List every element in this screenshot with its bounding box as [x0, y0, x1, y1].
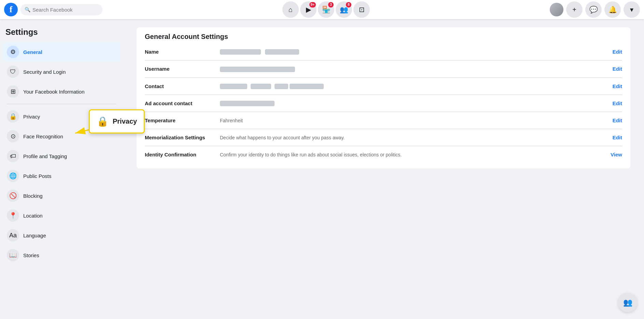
stories-icon: 📖: [7, 249, 19, 261]
video-badge: 9+: [309, 2, 316, 8]
nav-messenger-btn[interactable]: 💬: [585, 1, 602, 18]
identity-value: Confirm your identity to do things like …: [220, 152, 605, 157]
privacy-popup: 🔒 Privacy: [89, 109, 145, 134]
username-value: [220, 66, 607, 72]
bottom-right-people-btn[interactable]: 👥: [618, 293, 637, 312]
name-label: Name: [145, 49, 220, 55]
nav-friends-btn[interactable]: 👥 8: [336, 1, 352, 18]
nav-plus-btn[interactable]: +: [566, 1, 583, 18]
identity-view-btn[interactable]: View: [611, 152, 622, 157]
sidebar-label-blocking: Blocking: [23, 193, 43, 199]
memorialization-value: Decide what happens to your account afte…: [220, 135, 607, 140]
sidebar-title: Settings: [3, 25, 120, 42]
general-icon: ⚙: [7, 46, 19, 58]
sidebar-label-general: General: [23, 49, 42, 55]
layout: Settings ⚙ General 🛡 Security and Login …: [0, 19, 644, 319]
sidebar-label-face-recognition: Face Recognition: [23, 134, 63, 139]
sidebar-item-language[interactable]: Aa Language: [3, 226, 120, 245]
temperature-label: Temperature: [145, 117, 220, 123]
memorialization-row: Memorialization Settings Decide what hap…: [145, 129, 622, 146]
profile-tagging-icon: 🏷: [7, 150, 19, 162]
name-row: Name Edit: [145, 43, 622, 60]
search-input[interactable]: [32, 7, 98, 13]
nav-center: ⌂ ▶ 9+ 🏪 3 👥 8 ⊡: [102, 1, 550, 18]
navbar: f 🔍 ⌂ ▶ 9+ 🏪 3 👥 8 ⊡ + 💬: [0, 0, 644, 19]
ad-account-label: Ad account contact: [145, 100, 220, 106]
sidebar-label-facebook-info: Your Facebook Information: [23, 89, 85, 95]
name-edit-btn[interactable]: Edit: [613, 49, 622, 55]
search-icon: 🔍: [25, 7, 30, 12]
facebook-info-icon: ⊞: [7, 85, 19, 98]
temperature-row: Temperature Fahrenheit Edit: [145, 112, 622, 129]
name-blurred-2: [265, 49, 299, 55]
contact-edit-btn[interactable]: Edit: [613, 83, 622, 89]
notifications-icon: 🔔: [608, 5, 617, 14]
gaming-icon: ⊡: [359, 5, 365, 14]
username-edit-btn[interactable]: Edit: [613, 66, 622, 72]
blocking-icon: 🚫: [7, 190, 19, 202]
nav-marketplace-btn[interactable]: 🏪 3: [318, 1, 334, 18]
nav-notifications-btn[interactable]: 🔔: [604, 1, 621, 18]
home-icon: ⌂: [289, 6, 293, 14]
sidebar-item-profile-tagging[interactable]: 🏷 Profile and Tagging: [3, 147, 120, 166]
location-icon: 📍: [7, 209, 19, 222]
ad-account-value: [220, 100, 607, 106]
contact-blurred-2: [251, 84, 271, 89]
nav-gaming-btn[interactable]: ⊡: [353, 1, 370, 18]
sidebar-label-location: Location: [23, 213, 43, 219]
user-avatar[interactable]: [550, 3, 563, 16]
contact-blurred-1: [220, 84, 247, 89]
sidebar-label-language: Language: [23, 233, 46, 238]
sidebar-item-stories[interactable]: 📖 Stories: [3, 246, 120, 265]
nav-video-btn[interactable]: ▶ 9+: [300, 1, 317, 18]
contact-blurred-3: [275, 84, 288, 89]
sidebar-label-security: Security and Login: [23, 69, 66, 75]
nav-dropdown-btn[interactable]: ▾: [624, 1, 640, 18]
sidebar-label-public-posts: Public Posts: [23, 173, 52, 179]
ad-account-blurred: [220, 101, 275, 106]
username-blurred: [220, 67, 295, 72]
sidebar-item-facebook-info[interactable]: ⊞ Your Facebook Information: [3, 82, 120, 101]
sidebar: Settings ⚙ General 🛡 Security and Login …: [0, 19, 123, 319]
contact-value: [220, 83, 607, 89]
memorialization-label: Memorialization Settings: [145, 135, 220, 140]
name-value: [220, 49, 607, 55]
language-icon: Aa: [7, 229, 19, 241]
security-icon: 🛡: [7, 66, 19, 78]
identity-label: Identity Confirmation: [145, 152, 220, 157]
sidebar-divider: [7, 104, 116, 104]
settings-card: General Account Settings Name Edit Usern…: [137, 27, 630, 168]
privacy-icon: 🔒: [7, 110, 19, 123]
memorialization-edit-btn[interactable]: Edit: [613, 135, 622, 140]
messenger-icon: 💬: [589, 5, 598, 14]
friends-badge: 8: [346, 2, 351, 8]
people-icon: 👥: [623, 298, 632, 307]
contact-label: Contact: [145, 83, 220, 89]
sidebar-item-blocking[interactable]: 🚫 Blocking: [3, 186, 120, 205]
ad-account-edit-btn[interactable]: Edit: [613, 100, 622, 106]
sidebar-label-privacy: Privacy: [23, 114, 40, 120]
identity-row: Identity Confirmation Confirm your ident…: [145, 146, 622, 163]
main-content: General Account Settings Name Edit Usern…: [123, 19, 644, 319]
sidebar-item-general[interactable]: ⚙ General: [3, 42, 120, 61]
face-recognition-icon: ⊙: [7, 130, 19, 142]
username-row: Username Edit: [145, 60, 622, 78]
ad-account-row: Ad account contact Edit: [145, 95, 622, 112]
contact-blurred-4: [290, 84, 324, 89]
sidebar-item-public-posts[interactable]: 🌐 Public Posts: [3, 166, 120, 185]
username-label: Username: [145, 66, 220, 72]
sidebar-label-stories: Stories: [23, 252, 39, 258]
facebook-logo[interactable]: f: [4, 3, 18, 16]
avatar-image: [550, 3, 563, 16]
temperature-edit-btn[interactable]: Edit: [613, 117, 622, 123]
public-posts-icon: 🌐: [7, 170, 19, 182]
sidebar-item-security[interactable]: 🛡 Security and Login: [3, 62, 120, 81]
sidebar-item-location[interactable]: 📍 Location: [3, 206, 120, 225]
nav-home-btn[interactable]: ⌂: [282, 1, 299, 18]
privacy-popup-icon: 🔒: [97, 116, 109, 127]
plus-icon: +: [572, 6, 576, 14]
sidebar-label-profile-tagging: Profile and Tagging: [23, 153, 67, 159]
dropdown-icon: ▾: [630, 5, 633, 14]
marketplace-badge: 3: [328, 2, 334, 8]
search-bar[interactable]: 🔍: [20, 4, 102, 15]
